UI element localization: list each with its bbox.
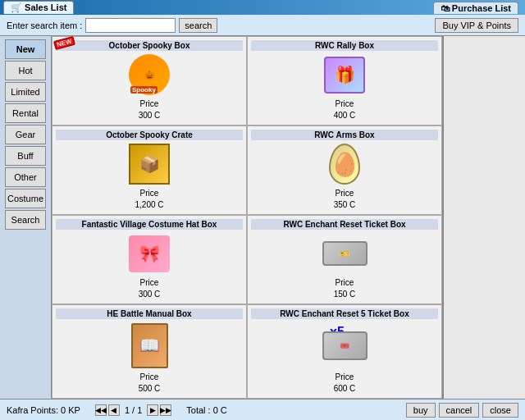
item-name: RWC Enchant Reset 5 Ticket Box bbox=[251, 308, 438, 319]
item-price: Price 400 C bbox=[334, 98, 356, 121]
item-price: Price 300 C bbox=[139, 98, 161, 121]
spooky-label: Spooky bbox=[130, 86, 158, 94]
next-page-button[interactable]: ▶ bbox=[147, 404, 158, 416]
prev-page-button[interactable]: ◀ bbox=[108, 404, 120, 416]
item-image: 🎁 bbox=[316, 52, 373, 97]
sidebar-item-costume[interactable]: Costume bbox=[5, 189, 46, 208]
item-name: RWC Rally Box bbox=[251, 40, 438, 51]
cancel-button[interactable]: cancel bbox=[439, 403, 480, 418]
crate-icon: 📦 bbox=[129, 144, 170, 185]
hat-icon: 🎀 bbox=[129, 235, 170, 272]
tab-purchase-list[interactable]: 🛍 Purchase List bbox=[433, 2, 518, 14]
pagination-controls: ◀◀ ◀ 1 / 1 ▶ ▶▶ bbox=[95, 404, 171, 416]
item-price: Price 150 C bbox=[334, 277, 356, 300]
buy-vip-button[interactable]: Buy VIP & Points bbox=[435, 18, 518, 33]
list-item[interactable]: RWC Arms Box 🥚 Price 350 C bbox=[247, 126, 442, 215]
sidebar-item-buff[interactable]: Buff bbox=[5, 146, 46, 166]
action-buttons: buy cancel close bbox=[406, 403, 518, 418]
sidebar-item-rental[interactable]: Rental bbox=[5, 103, 46, 123]
sidebar-item-other[interactable]: Other bbox=[5, 167, 46, 187]
sidebar-item-hot[interactable]: Hot bbox=[5, 61, 46, 80]
item-name: RWC Enchant Reset Ticket Box bbox=[251, 219, 438, 230]
tab-sales-list[interactable]: 🛒 Sales List bbox=[3, 1, 74, 14]
item-price: Price 300 C bbox=[139, 277, 161, 300]
pumpkin-icon: 🎃 Spooky bbox=[129, 54, 170, 95]
sidebar-item-new[interactable]: New bbox=[5, 39, 46, 59]
item-name: HE Battle Manual Box bbox=[56, 308, 243, 319]
search-label: Enter search item : bbox=[7, 21, 82, 30]
close-button[interactable]: close bbox=[482, 403, 518, 418]
item-image: 🎟️ bbox=[316, 321, 373, 370]
egg-icon: 🥚 bbox=[329, 144, 360, 185]
list-item[interactable]: RWC Enchant Reset Ticket Box 🎫 Price 150… bbox=[247, 215, 442, 304]
last-page-button[interactable]: ▶▶ bbox=[160, 404, 171, 416]
kafra-points: Kafra Points: 0 KP bbox=[7, 405, 80, 415]
item-image: 🎃 Spooky bbox=[121, 52, 178, 97]
category-sidebar: New Hot Limited Rental Gear Buff Other C… bbox=[0, 36, 52, 399]
item-name: Fantastic Village Costume Hat Box bbox=[56, 219, 243, 230]
buy-button[interactable]: buy bbox=[406, 403, 436, 418]
list-item[interactable]: RWC Enchant Reset 5 Ticket Box x5 🎟️ Pri… bbox=[247, 304, 442, 399]
list-item[interactable]: October Spooky Crate 📦 Price 1,200 C bbox=[52, 126, 247, 215]
status-bar: Kafra Points: 0 KP ◀◀ ◀ 1 / 1 ▶ ▶▶ Total… bbox=[0, 399, 525, 420]
item-image: 📦 bbox=[121, 142, 178, 186]
list-item[interactable]: NEW October Spooky Box 🎃 Spooky Price 30… bbox=[52, 36, 247, 126]
item-image: 🎀 bbox=[121, 231, 178, 276]
items-grid: NEW October Spooky Box 🎃 Spooky Price 30… bbox=[52, 36, 443, 399]
page-info: 1 / 1 bbox=[125, 405, 142, 415]
purchase-list-icon: 🛍 bbox=[441, 3, 450, 13]
item-name: October Spooky Crate bbox=[56, 130, 243, 140]
item-price: Price 500 C bbox=[139, 372, 161, 395]
list-item[interactable]: HE Battle Manual Box 📖 Price 500 C bbox=[52, 304, 247, 399]
first-page-button[interactable]: ◀◀ bbox=[95, 404, 107, 416]
item-price: Price 350 C bbox=[334, 188, 356, 211]
item-name: RWC Arms Box bbox=[251, 130, 438, 140]
item-image: 🥚 bbox=[316, 142, 373, 186]
list-item[interactable]: RWC Rally Box 🎁 Price 400 C bbox=[247, 36, 442, 126]
gift-icon: 🎁 bbox=[324, 57, 365, 94]
search-bar: Enter search item : search Buy VIP & Poi… bbox=[0, 15, 525, 36]
manual-icon: 📖 bbox=[131, 323, 168, 368]
search-input[interactable] bbox=[85, 18, 176, 33]
right-panel bbox=[443, 36, 525, 399]
list-item[interactable]: Fantastic Village Costume Hat Box 🎀 Pric… bbox=[52, 215, 247, 304]
ticket5-icon: 🎟️ bbox=[322, 331, 368, 360]
item-image: 📖 bbox=[121, 321, 178, 370]
sales-list-icon: 🛒 bbox=[11, 2, 22, 12]
search-button[interactable]: search bbox=[179, 18, 217, 33]
item-price: Price 1,200 C bbox=[135, 188, 163, 211]
item-image: 🎫 bbox=[316, 231, 373, 276]
sidebar-item-search[interactable]: Search bbox=[5, 210, 46, 230]
sidebar-item-gear[interactable]: Gear bbox=[5, 125, 46, 144]
item-price: Price 600 C bbox=[334, 372, 356, 395]
sidebar-item-limited[interactable]: Limited bbox=[5, 82, 46, 102]
ticket-icon: 🎫 bbox=[322, 241, 368, 266]
item-name: October Spooky Box bbox=[56, 40, 243, 51]
total-info: Total : 0 C bbox=[186, 405, 227, 415]
